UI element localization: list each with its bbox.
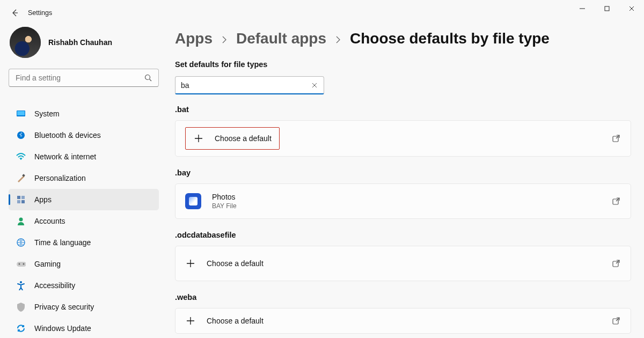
- back-button[interactable]: [6, 4, 24, 21]
- system-icon: [16, 109, 26, 119]
- svg-line-3: [150, 79, 152, 82]
- clear-filter-button[interactable]: [308, 76, 321, 94]
- svg-point-18: [20, 281, 22, 283]
- person-icon: [16, 216, 26, 226]
- apps-icon: [16, 195, 26, 204]
- sidebar-item-accessibility[interactable]: Accessibility: [9, 275, 159, 296]
- svg-rect-5: [17, 111, 25, 115]
- plus-icon: [185, 315, 196, 326]
- breadcrumb-apps[interactable]: Apps: [175, 30, 213, 47]
- plus-icon: [193, 133, 204, 144]
- update-icon: [16, 324, 26, 333]
- clock-globe-icon: [16, 238, 26, 247]
- sidebar-item-label: Personalization: [34, 174, 86, 182]
- breadcrumb-current: Choose defaults by file type: [350, 30, 550, 47]
- choose-default-label: Choose a default: [207, 317, 264, 325]
- filetype-row-bat[interactable]: Choose a default: [175, 120, 631, 157]
- filetype-row-bay[interactable]: Photos BAY File: [175, 183, 631, 219]
- search-input[interactable]: [9, 69, 159, 87]
- accessibility-icon: [16, 281, 26, 290]
- svg-point-2: [145, 75, 150, 80]
- choose-default-label: Choose a default: [207, 259, 264, 268]
- breadcrumb: Apps Default apps Choose defaults by fil…: [175, 30, 632, 47]
- user-profile[interactable]: Rishabh Chauhan: [10, 27, 159, 58]
- bluetooth-icon: [16, 130, 26, 140]
- choose-default-label: Choose a default: [215, 134, 272, 143]
- sidebar-item-label: Time & language: [34, 238, 91, 247]
- sidebar-item-label: Network & internet: [34, 152, 96, 161]
- sidebar-item-update[interactable]: Windows Update: [9, 318, 159, 338]
- highlight-box: Choose a default: [185, 127, 280, 150]
- breadcrumb-default-apps[interactable]: Default apps: [236, 30, 326, 47]
- sidebar-item-label: Privacy & security: [34, 303, 94, 311]
- svg-point-16: [19, 263, 20, 265]
- svg-rect-11: [17, 200, 20, 203]
- sidebar-item-personalization[interactable]: Personalization: [9, 167, 159, 189]
- chevron-right-icon: [336, 36, 340, 43]
- extension-label: .bat: [175, 105, 632, 114]
- filter-input[interactable]: [175, 76, 324, 94]
- sidebar-item-label: Windows Update: [34, 324, 91, 333]
- svg-rect-8: [22, 174, 25, 177]
- svg-rect-1: [605, 6, 609, 11]
- gamepad-icon: [16, 259, 26, 269]
- svg-rect-10: [21, 196, 25, 199]
- svg-point-17: [23, 263, 25, 265]
- chevron-right-icon: [222, 36, 226, 43]
- sidebar-item-label: Bluetooth & devices: [34, 131, 101, 139]
- sidebar-item-label: System: [34, 109, 60, 118]
- open-icon: [612, 197, 620, 205]
- svg-point-13: [19, 218, 23, 222]
- filter-wrap: [175, 76, 324, 94]
- sidebar-item-privacy[interactable]: Privacy & security: [9, 296, 159, 318]
- open-icon: [612, 260, 620, 267]
- sidebar-item-network[interactable]: Network & internet: [9, 146, 159, 167]
- close-button[interactable]: [619, 0, 644, 17]
- sidebar-nav: System Bluetooth & devices Network & int…: [9, 103, 159, 338]
- section-label: Set defaults for file types: [175, 60, 632, 69]
- svg-rect-12: [21, 200, 25, 203]
- user-name: Rishabh Chauhan: [48, 38, 112, 47]
- open-icon: [612, 135, 620, 142]
- sidebar-item-label: Apps: [34, 195, 52, 204]
- wifi-icon: [16, 152, 26, 161]
- filetype-row-weba[interactable]: Choose a default: [175, 308, 631, 334]
- maximize-button[interactable]: [595, 0, 619, 17]
- brush-icon: [16, 173, 26, 183]
- window-controls: [570, 0, 644, 17]
- main-content: Apps Default apps Choose defaults by fil…: [175, 30, 632, 334]
- photos-app-icon: [185, 193, 201, 209]
- sidebar: Rishabh Chauhan System Bluetooth & devic…: [9, 27, 159, 338]
- svg-rect-9: [17, 196, 20, 199]
- extension-label: .weba: [175, 293, 632, 302]
- sidebar-item-apps[interactable]: Apps: [9, 189, 159, 210]
- sidebar-item-system[interactable]: System: [9, 103, 159, 124]
- app-name: Photos: [212, 193, 237, 201]
- shield-icon: [16, 302, 26, 312]
- sidebar-item-time[interactable]: Time & language: [9, 232, 159, 253]
- sidebar-item-bluetooth[interactable]: Bluetooth & devices: [9, 124, 159, 146]
- avatar: [10, 27, 41, 58]
- search-icon[interactable]: [141, 69, 156, 87]
- extension-label: .bay: [175, 168, 632, 177]
- sidebar-item-accounts[interactable]: Accounts: [9, 210, 159, 232]
- open-icon: [612, 317, 620, 325]
- file-desc: BAY File: [212, 202, 237, 210]
- minimize-button[interactable]: [570, 0, 595, 17]
- sidebar-search: [9, 69, 159, 87]
- window-title: Settings: [28, 9, 52, 17]
- plus-icon: [185, 258, 196, 269]
- sidebar-item-label: Gaming: [34, 260, 61, 268]
- sidebar-item-label: Accounts: [34, 217, 65, 225]
- svg-rect-15: [17, 262, 26, 267]
- extension-label: .odcdatabasefile: [175, 231, 632, 239]
- sidebar-item-label: Accessibility: [34, 281, 75, 290]
- titlebar: Settings: [0, 0, 644, 26]
- svg-point-7: [20, 159, 21, 160]
- sidebar-item-gaming[interactable]: Gaming: [9, 253, 159, 275]
- filetype-row-odc[interactable]: Choose a default: [175, 246, 631, 281]
